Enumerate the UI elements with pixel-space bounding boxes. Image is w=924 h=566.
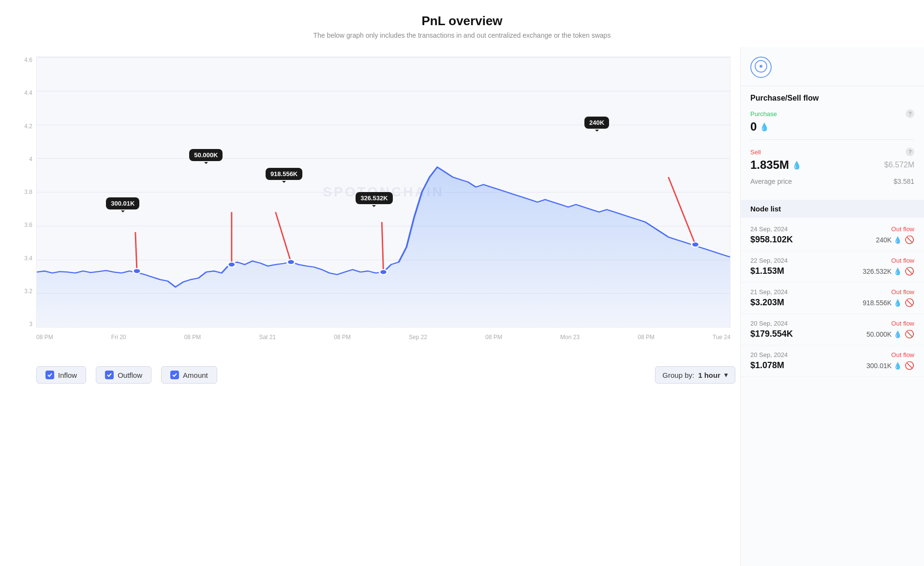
page-wrapper: PnL overview The below graph only includ… <box>0 0 924 566</box>
purchase-label: Purchase ? <box>750 109 914 118</box>
tooltip-240k: 240K <box>584 117 609 129</box>
amount-checkbox[interactable] <box>170 371 179 379</box>
node-flow-0: Out flow <box>891 225 914 233</box>
node-item-2: 21 Sep, 2024 Out flow $3.203M 918.556K 💧… <box>741 283 924 314</box>
panel-divider <box>741 86 924 86</box>
inflow-label: Inflow <box>58 371 77 379</box>
svg-point-7 <box>287 260 295 265</box>
tooltip-300k: 300.01K <box>106 197 139 209</box>
y-label-8: 3 <box>29 321 32 328</box>
chart-area: 4.6 4.4 4.2 4 3.8 3.6 3.4 3.2 3 SPOTONCH… <box>0 47 740 566</box>
x-label-8: 08 PM <box>638 334 655 341</box>
node-row-top-4: 20 Sep, 2024 Out flow <box>750 351 914 358</box>
x-label-5: Sep 22 <box>409 334 427 341</box>
node-date-1: 22 Sep, 2024 <box>750 257 788 264</box>
x-label-1: Fri 20 <box>111 334 126 341</box>
node-tokens-2: 918.556K 💧 <box>863 299 902 307</box>
node-row-bottom-4: $1.078M 300.01K 💧 🚫 <box>750 360 914 371</box>
node-row-bottom-3: $179.554K 50.000K 💧 🚫 <box>750 329 914 339</box>
node-amount-2: $3.203M <box>750 298 784 308</box>
avg-row: Average price $3.581 <box>750 178 914 192</box>
outflow-label: Outflow <box>118 371 142 379</box>
y-label-2: 4.2 <box>24 123 32 130</box>
y-axis: 4.6 4.4 4.2 4 3.8 3.6 3.4 3.2 3 <box>15 57 36 328</box>
group-by-selector[interactable]: Group by: 1 hour ▾ <box>655 366 735 384</box>
svg-line-3 <box>382 222 383 272</box>
purchase-sell-title: Purchase/Sell flow <box>750 94 914 103</box>
token-icon-symbol <box>754 60 768 75</box>
page-title: PnL overview <box>10 14 914 29</box>
node-tokens-4: 300.01K 💧 <box>866 362 902 370</box>
chevron-down-icon: ▾ <box>724 371 728 379</box>
page-header: PnL overview The below graph only includ… <box>0 0 924 47</box>
y-label-7: 3.2 <box>24 288 32 295</box>
node-item-1: 22 Sep, 2024 Out flow $1.153M 326.532K 💧… <box>741 251 924 283</box>
eye-off-icon-3[interactable]: 🚫 <box>905 329 914 339</box>
eye-off-icon-1[interactable]: 🚫 <box>905 267 914 276</box>
x-label-0: 08 PM <box>36 334 53 341</box>
node-row-top-2: 21 Sep, 2024 Out flow <box>750 288 914 296</box>
legend-amount[interactable]: Amount <box>161 366 217 384</box>
purchase-help-icon[interactable]: ? <box>906 109 914 118</box>
outflow-checkbox[interactable] <box>105 371 114 379</box>
node-row-bottom-0: $958.102K 240K 💧 🚫 <box>750 235 914 245</box>
panel-icon-header <box>741 57 924 86</box>
sell-help-icon[interactable]: ? <box>906 148 914 156</box>
sell-value-right: $6.572M <box>884 161 914 169</box>
node-item-0: 24 Sep, 2024 Out flow $958.102K 240K 💧 🚫 <box>741 220 924 251</box>
grid-line <box>37 327 730 328</box>
y-label-1: 4.4 <box>24 89 32 96</box>
chart-legend: Inflow Outflow Amo <box>15 357 735 388</box>
node-amount-0: $958.102K <box>750 235 793 245</box>
eye-off-icon-2[interactable]: 🚫 <box>905 298 914 307</box>
x-label-3: Sat 21 <box>259 334 276 341</box>
token-icon <box>750 57 772 78</box>
sell-drop-icon: 💧 <box>792 161 802 170</box>
node-row-bottom-1: $1.153M 326.532K 💧 🚫 <box>750 266 914 276</box>
chart-container: 4.6 4.4 4.2 4 3.8 3.6 3.4 3.2 3 SPOTONCH… <box>15 57 735 357</box>
x-label-2: 08 PM <box>184 334 201 341</box>
legend-inflow[interactable]: Inflow <box>36 366 86 384</box>
y-label-0: 4.6 <box>24 57 32 63</box>
sell-value-row: 1.835M 💧 $6.572M <box>750 158 914 172</box>
token-svg <box>754 60 768 73</box>
y-label-4: 3.8 <box>24 189 32 195</box>
sell-label: Sell ? <box>750 148 914 156</box>
node-row-top-0: 24 Sep, 2024 Out flow <box>750 225 914 233</box>
legend-outflow[interactable]: Outflow <box>96 366 151 384</box>
x-label-7: Mon 23 <box>560 334 580 341</box>
node-amount-1: $1.153M <box>750 266 784 276</box>
node-row-top-1: 22 Sep, 2024 Out flow <box>750 257 914 264</box>
avg-value: $3.581 <box>894 178 914 185</box>
x-label-4: 08 PM <box>334 334 351 341</box>
node-flow-3: Out flow <box>891 320 914 327</box>
node-tokens-3: 50.000K 💧 <box>866 330 902 338</box>
svg-point-5 <box>133 268 141 273</box>
group-by-value: 1 hour <box>698 371 720 379</box>
main-content: 4.6 4.4 4.2 4 3.8 3.6 3.4 3.2 3 SPOTONCH… <box>0 47 924 566</box>
x-label-6: 08 PM <box>485 334 502 341</box>
purchase-sell-section: Purchase/Sell flow Purchase ? 0 💧 Sell ? <box>741 94 924 200</box>
avg-label: Average price <box>750 178 792 185</box>
node-date-4: 20 Sep, 2024 <box>750 351 788 358</box>
right-panel: Purchase/Sell flow Purchase ? 0 💧 Sell ? <box>740 47 924 566</box>
node-item-3: 20 Sep, 2024 Out flow $179.554K 50.000K … <box>741 314 924 345</box>
amount-label: Amount <box>183 371 208 379</box>
node-amount-3: $179.554K <box>750 329 793 339</box>
node-date-3: 20 Sep, 2024 <box>750 320 788 327</box>
x-label-9: Tue 24 <box>713 334 730 341</box>
node-list-header: Node list <box>741 200 924 218</box>
node-flow-2: Out flow <box>891 288 914 296</box>
node-flow-4: Out flow <box>891 351 914 358</box>
eye-off-icon-0[interactable]: 🚫 <box>905 235 914 244</box>
tooltip-326k: 326.532K <box>356 192 392 204</box>
eye-off-icon-4[interactable]: 🚫 <box>905 361 914 370</box>
svg-line-2 <box>276 212 291 262</box>
inflow-checkbox[interactable] <box>45 371 54 379</box>
svg-line-4 <box>669 177 696 245</box>
purchase-drop-icon: 💧 <box>760 122 769 132</box>
check-icon <box>172 372 178 378</box>
check-icon <box>106 372 112 378</box>
node-tokens-1: 326.532K 💧 <box>863 268 902 275</box>
check-icon <box>47 372 53 378</box>
